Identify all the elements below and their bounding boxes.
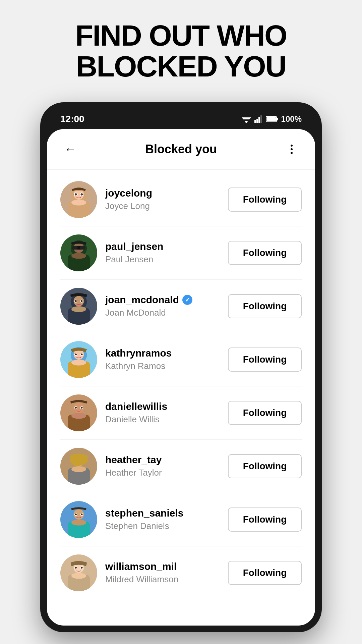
full-name-text: Joan McDonald [105,308,220,318]
username-text: williamson_mil [105,561,177,572]
username-row: daniellewillis [105,401,220,412]
list-item: paul_jensenPaul JensenFollowing [47,226,315,279]
avatar [60,288,97,325]
status-time: 12:00 [60,114,84,124]
username-row: joycelong [105,187,220,199]
following-button[interactable]: Following [228,241,302,265]
page-headline: FIND OUT WHO BLOCKED YOU [48,20,313,82]
svg-point-36 [81,300,83,302]
svg-point-18 [75,193,77,196]
username-text: daniellewillis [105,401,167,412]
svg-point-49 [71,413,86,419]
phone-screen: ← Blocked you joycelongJoyce LongFo [47,129,315,626]
status-bar: 12:00 100% [47,109,315,129]
svg-point-41 [71,360,86,366]
username-text: joan_mcdonald [105,294,179,306]
full-name-text: Mildred Williamson [105,574,220,585]
username-row: williamson_mil [105,561,220,572]
following-button[interactable]: Following [228,347,302,372]
list-item: joycelongJoyce LongFollowing [47,173,315,226]
full-name-text: Danielle Willis [105,414,220,425]
username-row: paul_jensen [105,241,220,252]
list-item: kathrynramosKathryn RamosFollowing [47,333,315,386]
list-item: joan_mcdonald✓Joan McDonaldFollowing [47,280,315,333]
username-text: heather_tay [105,454,162,466]
following-button[interactable]: Following [228,507,302,532]
app-header: ← Blocked you [47,129,315,170]
back-button[interactable]: ← [60,139,80,159]
svg-rect-10 [266,117,276,121]
svg-rect-27 [80,246,85,250]
back-arrow-icon: ← [64,142,76,156]
full-name-text: Heather Taylor [105,468,220,478]
following-button[interactable]: Following [228,401,302,425]
username-text: kathrynramos [105,347,172,359]
full-name-text: Paul Jensen [105,254,220,265]
following-button[interactable]: Following [228,454,302,478]
svg-point-53 [81,407,83,409]
username-text: joycelong [105,187,152,199]
svg-point-52 [75,407,77,409]
following-button[interactable]: Following [228,294,302,318]
svg-point-32 [71,306,86,312]
svg-point-77 [81,567,83,569]
user-info: joan_mcdonald✓Joan McDonald [105,294,220,318]
list-item: stephen_sanielsStephen DanielsFollowing [47,493,315,546]
user-info: daniellewillisDanielle Willis [105,401,220,425]
avatar [60,501,97,538]
status-icons: 100% [242,114,302,124]
more-options-button[interactable] [282,139,302,159]
list-item: daniellewillisDanielle WillisFollowing [47,386,315,439]
header-title: Blocked you [145,142,217,156]
svg-point-24 [71,253,86,259]
full-name-text: Kathryn Ramos [105,361,220,371]
user-info: kathrynramosKathryn Ramos [105,347,220,371]
avatar [60,234,97,271]
avatar [60,181,97,218]
svg-point-73 [71,573,86,579]
list-item: williamson_milMildred WilliamsonFollowin… [47,546,315,599]
svg-point-15 [71,200,86,206]
svg-point-68 [75,514,77,516]
user-info: heather_tayHeather Taylor [105,454,220,478]
username-text: stephen_saniels [105,507,183,519]
following-button[interactable]: Following [228,561,302,585]
svg-point-76 [75,567,77,569]
full-name-text: Joyce Long [105,201,220,211]
username-row: heather_tay [105,454,220,466]
svg-rect-4 [254,120,256,123]
following-button[interactable]: Following [228,187,302,212]
checkmark-icon: ✓ [185,296,190,304]
battery-level: 100% [281,114,302,124]
dot-icon [291,148,293,150]
user-info: stephen_sanielsStephen Daniels [105,507,220,531]
svg-rect-7 [260,115,262,123]
username-row: stephen_saniels [105,507,220,519]
svg-point-35 [75,300,77,302]
username-row: kathrynramos [105,347,220,359]
full-name-text: Stephen Daniels [105,521,220,531]
dot-icon [291,145,293,147]
svg-rect-9 [277,118,278,120]
svg-rect-5 [256,119,258,123]
avatar [60,394,97,431]
svg-point-45 [81,354,83,356]
username-row: joan_mcdonald✓ [105,294,220,306]
dot-icon [291,152,293,154]
svg-point-19 [81,193,83,196]
user-info: williamson_milMildred Williamson [105,561,220,585]
svg-point-69 [81,514,83,516]
user-info: joycelongJoyce Long [105,187,220,211]
user-list: joycelongJoyce LongFollowing paul_jensen… [47,170,315,603]
user-info: paul_jensenPaul Jensen [105,241,220,265]
avatar [60,341,97,378]
svg-point-57 [71,466,86,472]
username-text: paul_jensen [105,241,163,252]
svg-rect-6 [258,117,260,123]
svg-point-65 [71,520,86,526]
verified-badge: ✓ [182,295,192,305]
list-item: heather_tayHeather TaylorFollowing [47,440,315,493]
svg-point-44 [75,354,77,356]
avatar [60,448,97,485]
phone-frame: 12:00 100% [40,102,322,632]
